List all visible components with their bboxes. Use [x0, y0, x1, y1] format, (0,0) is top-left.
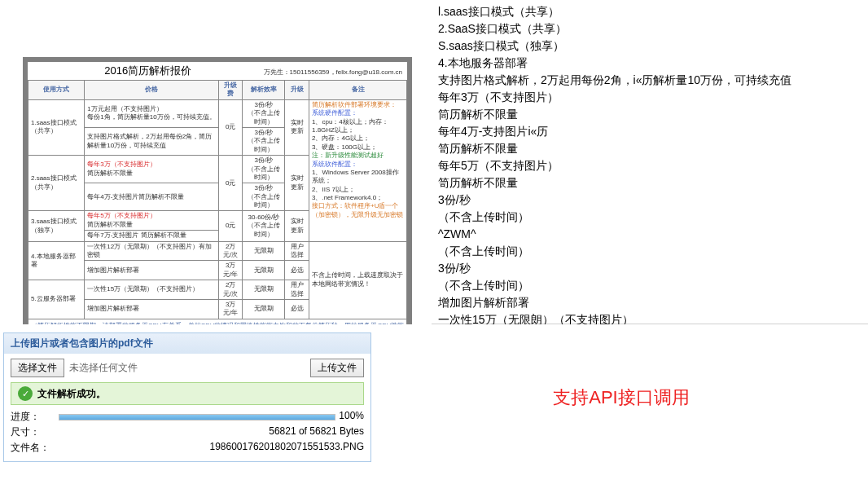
upload-file-button[interactable]: 上传文件 — [310, 359, 364, 377]
text-line: 4.本地服务器部署 — [438, 55, 861, 72]
size-label: 尺寸： — [11, 425, 55, 439]
progress-percent: 100% — [339, 410, 364, 424]
extracted-text-pane[interactable]: l.saas接口模式（共享）2.SaaS接口模式（共享）S.saas接口模式（独… — [432, 0, 868, 324]
upload-header: 上传图片或者包含图片的pdf文件 — [4, 333, 370, 354]
text-line: 笥历解析不限量 — [438, 174, 861, 192]
text-line: S.saas接口模式（独享） — [438, 37, 861, 55]
text-line: 3份/秒 — [438, 260, 861, 277]
doc-title: 2016简历解析报价 — [33, 64, 264, 78]
pricing-document: 2016简历解析报价 万先生：15011556359，felix.fong@u1… — [23, 57, 412, 324]
size-value: 56821 of 56821 Bytes — [55, 425, 364, 439]
text-line: 支持图片格式解析，2万起用每份2角，i«历解析量10万份，可持续充值 — [438, 72, 861, 89]
filename-label: 文件名： — [11, 441, 55, 455]
text-line: 增加图片解析部署 — [438, 294, 861, 311]
text-line: 每年4万-支持图片i«历 — [438, 123, 861, 140]
text-line: ^ZWM^ — [438, 226, 861, 243]
text-line: 一次性15万（无限朗）（不支持图片） — [438, 311, 861, 324]
text-line: l.saas接口模式（共享） — [438, 3, 861, 20]
image-preview-pane: 2016简历解析报价 万先生：15011556359，felix.fong@u1… — [0, 0, 432, 324]
text-line: 筒历解析不限量 — [438, 106, 861, 123]
api-support-text: 支持API接口调用 — [375, 324, 868, 465]
text-line: 每年5万（不支持图片） — [438, 157, 861, 174]
doc-footnote: （简历解析性能不限期，请部署的服务器CPU有关系，单核CPU的情况和网络性能能力… — [28, 319, 407, 324]
text-line: 每年3万（不支持图片） — [438, 89, 861, 106]
check-icon: ✓ — [18, 386, 33, 401]
choose-file-button[interactable]: 选择文件 — [11, 359, 64, 377]
filename-value: 198600176201802071551533.PNG — [55, 441, 364, 455]
text-line: 3份/秒 — [438, 192, 861, 209]
text-line: （不含上传时间） — [438, 277, 861, 294]
text-line: 笥历解析不限量 — [438, 140, 861, 157]
upload-panel: 上传图片或者包含图片的pdf文件 选择文件 未选择任何文件 上传文件 ✓ 文件解… — [3, 332, 371, 462]
text-line: 2.SaaS接口模式（共享） — [438, 20, 861, 37]
file-name-text: 未选择任何文件 — [69, 361, 305, 375]
doc-contact: 万先生：15011556359，felix.fong@u18.com.cn — [264, 68, 402, 77]
success-message: ✓ 文件解析成功。 — [11, 382, 364, 405]
text-line: （不含上传时间） — [438, 243, 861, 260]
pricing-table: 使用方式 价格 升级费 解析效率 升级 备注 1.saas接口模式（共享） 1万… — [28, 80, 407, 319]
text-line: （不含上传时间） — [438, 209, 861, 226]
progress-label: 进度： — [11, 410, 55, 424]
progress-bar — [59, 414, 335, 421]
